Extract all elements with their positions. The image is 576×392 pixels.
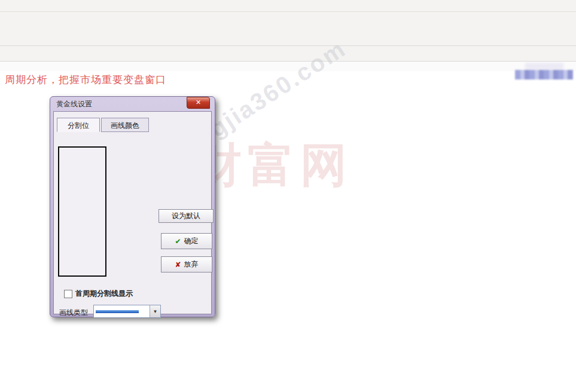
linetype-dropdown[interactable]: ▼ [93,305,161,318]
line-style-sample [96,310,139,313]
chevron-down-icon: ▼ [150,305,160,317]
set-default-button[interactable]: 设为默认 [159,209,214,223]
check-icon: ✔ [175,237,181,246]
shape-toolbar [0,12,576,30]
dialog-body: 分割位 画线颜色 设为默认 ✔ 确定 ✘ 放弃 首周期分割线显示 画线类型 ▼ [53,111,212,314]
first-cycle-checkbox[interactable]: 首周期分割线显示 [64,289,133,299]
app-window: { "menu": { "items": ["具", "窗口", "交易委托",… [0,0,576,392]
checkbox-icon [64,290,72,298]
navigation-toolbar [0,30,576,46]
cancel-button[interactable]: ✘ 放弃 [161,256,212,272]
dialog-title: 黄金线设置 [56,99,92,109]
redacted-area-bottom [515,70,573,79]
drawing-toolbar [0,46,576,62]
linetype-label: 画线类型 [59,308,88,318]
close-icon[interactable]: ✕ [187,97,210,109]
redacted-area-top [525,63,563,70]
golden-line-settings-dialog: 黄金线设置 ✕ 分割位 画线颜色 设为默认 ✔ 确定 ✘ 放弃 首周期分割线显示… [50,96,215,317]
menu-bar [0,0,576,12]
tab-line-colors[interactable]: 画线颜色 [101,118,149,132]
cycle-annotation-text: 周期分析，把握市场重要变盘窗口 [5,73,166,87]
x-icon: ✘ [175,261,181,269]
ok-button[interactable]: ✔ 确定 [161,233,212,249]
split-level-list [58,146,106,277]
tab-split-levels[interactable]: 分割位 [57,118,100,132]
